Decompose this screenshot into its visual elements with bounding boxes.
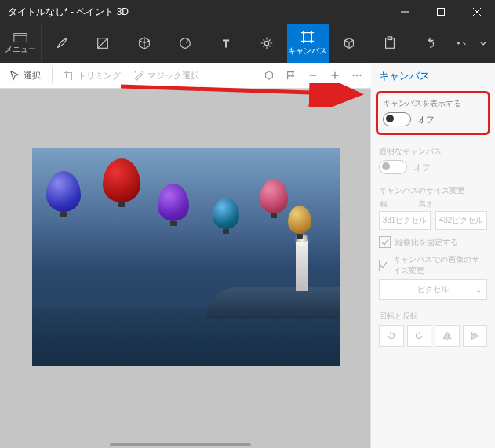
maximize-button[interactable] — [423, 0, 459, 24]
svg-point-12 — [356, 75, 358, 76]
tab-2d[interactable] — [82, 24, 123, 63]
minimize-button[interactable] — [387, 0, 423, 24]
rotate-ccw-button[interactable] — [379, 325, 404, 347]
window-title: タイトルなし* - ペイント 3D — [0, 5, 387, 19]
flip-vertical-button[interactable] — [463, 325, 488, 347]
crop-tool[interactable]: トリミング — [59, 67, 126, 85]
rotate-section: 回転と反転 — [371, 306, 495, 353]
undo-button[interactable] — [410, 24, 451, 63]
tab-stickers[interactable] — [165, 24, 206, 63]
properties-panel: キャンバス キャンバスを表示する オフ 透明なキャンバス オフ キャンバスのサイ… — [370, 63, 495, 448]
horizontal-scrollbar[interactable] — [110, 443, 251, 446]
title-bar: タイトルなし* - ペイント 3D — [0, 0, 495, 24]
transparent-canvas-section: 透明なキャンバス オフ — [371, 141, 495, 180]
svg-point-9 — [457, 42, 459, 44]
transparent-canvas-toggle[interactable] — [379, 160, 407, 174]
ribbon: メニュー T キャンバス — [0, 24, 495, 63]
unit-select[interactable]: ピクセル⌄ — [379, 279, 487, 300]
magic-select-tool[interactable]: マジック選択 — [129, 67, 204, 85]
zoom-in-button[interactable] — [326, 66, 344, 85]
show-canvas-section: キャンバスを表示する オフ — [376, 91, 490, 135]
tab-3d[interactable] — [124, 24, 165, 63]
svg-rect-1 — [14, 33, 27, 42]
tab-brushes[interactable] — [42, 24, 82, 63]
flag-button[interactable] — [282, 66, 300, 85]
svg-point-13 — [359, 75, 361, 76]
menu-label: メニュー — [5, 44, 36, 55]
svg-point-10 — [135, 71, 136, 73]
close-button[interactable] — [459, 0, 495, 24]
select-tool[interactable]: 選択 — [5, 67, 45, 85]
svg-point-11 — [352, 75, 354, 76]
width-input[interactable]: 381ピクセル — [379, 211, 431, 230]
canvas-image — [32, 148, 340, 366]
svg-text:T: T — [223, 38, 229, 49]
canvas-workspace[interactable] — [0, 88, 371, 448]
redo-chevron[interactable] — [471, 24, 495, 63]
tab-3dlib[interactable] — [329, 24, 369, 63]
height-input[interactable]: 432ピクセル — [435, 211, 487, 230]
lock-ratio-checkbox[interactable]: 縦横比を固定する — [379, 236, 487, 248]
show-canvas-state: オフ — [417, 114, 435, 126]
rotate-cw-button[interactable] — [407, 325, 432, 347]
svg-rect-6 — [304, 33, 312, 42]
svg-point-5 — [265, 41, 269, 45]
flip-horizontal-button[interactable] — [435, 325, 460, 347]
chevron-down-icon: ⌄ — [475, 286, 482, 294]
sub-toolbar: 選択 トリミング マジック選択 — [0, 63, 371, 89]
paste-button[interactable] — [369, 24, 410, 63]
show-canvas-label: キャンバスを表示する — [383, 98, 483, 109]
tab-canvas[interactable]: キャンバス — [287, 24, 328, 63]
app-window: タイトルなし* - ペイント 3D メニュー T キャンバス 選択 トリミング … — [0, 0, 495, 448]
more-button[interactable] — [348, 66, 366, 85]
tab-text[interactable]: T — [206, 24, 246, 63]
menu-button[interactable]: メニュー — [0, 24, 42, 63]
resize-section: キャンバスのサイズ変更 幅高さ 381ピクセル 432ピクセル 縦横比を固定する… — [371, 180, 495, 306]
3dview-button[interactable] — [260, 66, 278, 85]
resize-image-checkbox[interactable]: キャンバスでの画像のサイズ変更 — [379, 254, 487, 276]
history-dropdown[interactable] — [451, 24, 471, 63]
svg-point-3 — [180, 38, 191, 49]
svg-rect-0 — [438, 9, 445, 16]
show-canvas-toggle[interactable] — [383, 112, 411, 126]
zoom-out-button[interactable] — [304, 66, 322, 85]
panel-title: キャンバス — [371, 66, 495, 88]
tab-effects[interactable] — [246, 24, 287, 63]
